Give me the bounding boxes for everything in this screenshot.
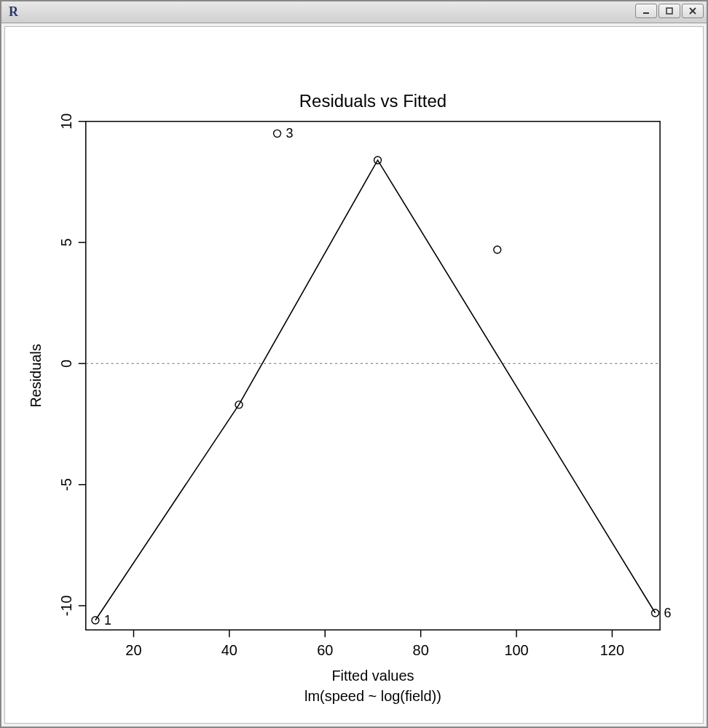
minimize-button[interactable]: [635, 4, 657, 18]
point-label: 6: [664, 606, 672, 620]
point-label: 3: [286, 126, 294, 141]
lowess-line: [95, 160, 656, 620]
titlebar[interactable]: R: [1, 1, 707, 23]
sub-caption: lm(speed ~ log(field)): [304, 688, 441, 704]
chart-container: Residuals vs Fitted20406080100120-10-505…: [5, 27, 703, 723]
svg-rect-1: [666, 8, 672, 14]
close-icon: [688, 7, 697, 15]
app-icon: R: [4, 4, 18, 20]
close-button[interactable]: [682, 4, 704, 18]
data-point: [92, 617, 99, 624]
chart-title: Residuals vs Fitted: [299, 91, 447, 111]
svg-rect-0: [643, 12, 649, 14]
x-tick-label: 80: [413, 642, 429, 658]
plot-device: Residuals vs Fitted20406080100120-10-505…: [4, 26, 704, 724]
y-tick-label: -5: [58, 478, 74, 491]
y-tick-label: 0: [58, 360, 74, 368]
y-tick-label: -10: [58, 596, 74, 617]
x-axis-label: Fitted values: [331, 668, 414, 684]
data-point: [274, 130, 281, 137]
y-axis-label: Residuals: [28, 344, 44, 408]
y-tick-label: 5: [58, 239, 74, 247]
x-tick-label: 120: [600, 642, 624, 658]
point-label: 1: [104, 613, 111, 628]
x-tick-label: 20: [125, 642, 141, 658]
y-tick-label: 10: [58, 114, 74, 130]
maximize-icon: [665, 7, 674, 15]
x-tick-label: 40: [221, 642, 237, 658]
maximize-button[interactable]: [658, 4, 680, 18]
window-controls: [635, 4, 704, 18]
x-tick-label: 60: [317, 642, 333, 658]
x-tick-label: 100: [504, 642, 528, 658]
minimize-icon: [642, 7, 650, 15]
data-point: [494, 246, 501, 253]
residuals-vs-fitted-chart: Residuals vs Fitted20406080100120-10-505…: [5, 27, 703, 723]
plot-border: [86, 122, 660, 630]
app-window: R Residuals vs Fitted20406080100120-10-5…: [0, 0, 708, 728]
